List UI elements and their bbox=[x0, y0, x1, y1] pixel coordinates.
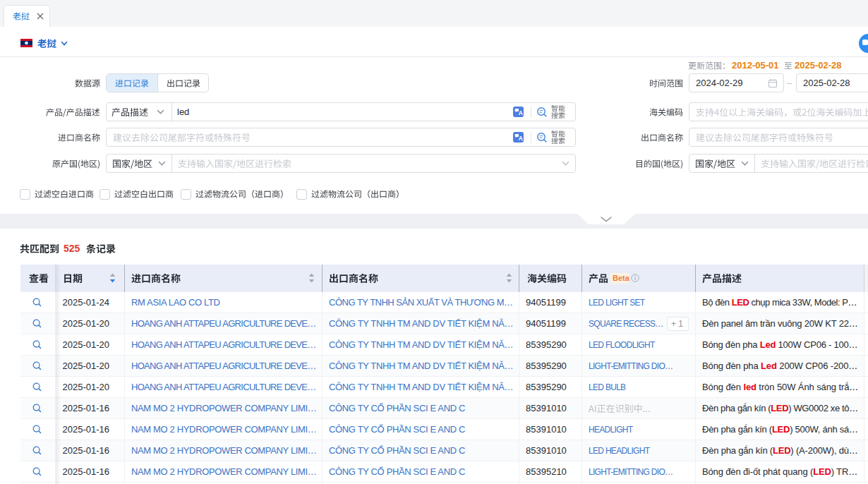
svg-text:A: A bbox=[519, 109, 523, 116]
svg-text:A: A bbox=[519, 135, 523, 142]
